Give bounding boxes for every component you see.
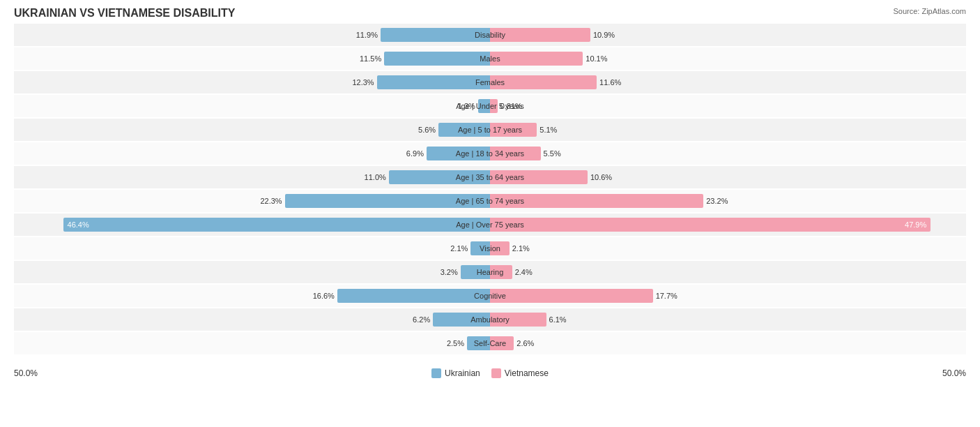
value-left: 16.6%	[313, 292, 335, 300]
bar-right	[490, 75, 597, 89]
bar-label-center: Cognitive	[474, 285, 506, 307]
legend-label-ukrainian: Ukrainian	[445, 368, 480, 378]
value-inside-left: 46.4%	[68, 220, 89, 229]
value-left: 2.5%	[447, 339, 464, 347]
value-right: 2.1%	[512, 244, 530, 253]
value-right: 17.7%	[656, 292, 677, 300]
left-side: 22.3%	[14, 190, 490, 212]
source-text: Source: ZipAtlas.com	[893, 7, 966, 15]
right-side: 23.2%	[490, 190, 966, 212]
legend-box-ukrainian	[431, 368, 441, 378]
bar-row: 1.3% Age | Under 5 years 0.81%	[14, 95, 966, 117]
right-side: 6.1%	[490, 308, 966, 331]
right-side: 17.7%	[490, 285, 966, 307]
legend-item-vietnamese: Vietnamese	[491, 368, 549, 378]
bar-label-center: Age | Over 75 years	[456, 214, 524, 236]
left-side: 1.3%	[14, 95, 490, 117]
value-left: 11.5%	[360, 54, 381, 63]
left-side: 3.2%	[14, 261, 490, 283]
right-side: 47.9%	[490, 214, 966, 236]
bar-right	[490, 52, 583, 66]
value-right: 5.1%	[539, 126, 557, 134]
value-right: 10.6%	[590, 173, 612, 181]
chart-title: UKRAINIAN VS VIETNAMESE DISABILITY	[14, 7, 966, 20]
value-left: 2.1%	[450, 244, 468, 253]
bar-label-center: Age | 65 to 74 years	[456, 190, 524, 212]
value-right: 10.1%	[585, 54, 607, 63]
bar-row: 5.6% Age | 5 to 17 years 5.1%	[14, 119, 966, 141]
bar-left	[337, 289, 490, 303]
value-left: 22.3%	[260, 197, 282, 205]
legend-item-ukrainian: Ukrainian	[431, 368, 480, 378]
value-left: 3.2%	[441, 268, 458, 276]
value-right: 6.1%	[549, 315, 567, 324]
chart-footer: 50.0% Ukrainian Vietnamese 50.0%	[14, 368, 966, 378]
right-side: 10.9%	[490, 24, 966, 46]
bar-label-center: Hearing	[477, 261, 504, 283]
bar-row: 11.9% Disability 10.9%	[14, 24, 966, 46]
right-side: 10.1%	[490, 47, 966, 70]
left-side: 5.6%	[14, 119, 490, 141]
value-right: 10.9%	[593, 31, 615, 39]
bar-label-center: Ambulatory	[470, 308, 510, 331]
bar-row: 6.9% Age | 18 to 34 years 5.5%	[14, 142, 966, 165]
left-side: 46.4%	[14, 214, 490, 236]
bar-right: 47.9%	[490, 218, 931, 232]
bar-row: 3.2% Hearing 2.4%	[14, 261, 966, 283]
bar-row: 11.5% Males 10.1%	[14, 47, 966, 70]
bar-label-center: Disability	[475, 24, 505, 46]
legend-box-vietnamese	[491, 368, 501, 378]
value-right: 2.6%	[516, 339, 534, 347]
left-side: 6.2%	[14, 308, 490, 331]
left-side: 11.9%	[14, 24, 490, 46]
chart-area: 11.9% Disability 10.9% 11.5% Males 10.1%…	[14, 24, 966, 366]
right-side: 2.4%	[490, 261, 966, 283]
bar-row: 11.0% Age | 35 to 64 years 10.6%	[14, 166, 966, 188]
left-side: 11.0%	[14, 166, 490, 188]
bar-row: 6.2% Ambulatory 6.1%	[14, 308, 966, 331]
bar-row: 12.3% Females 11.6%	[14, 71, 966, 93]
bar-label-center: Females	[475, 71, 505, 93]
bar-row: 16.6% Cognitive 17.7%	[14, 285, 966, 307]
value-left: 12.3%	[352, 78, 374, 87]
value-right: 2.4%	[515, 268, 533, 276]
left-side: 16.6%	[14, 285, 490, 307]
right-side: 11.6%	[490, 71, 966, 93]
axis-right-label: 50.0%	[942, 368, 966, 378]
value-inside-right: 47.9%	[905, 220, 926, 229]
value-right: 5.5%	[544, 149, 561, 158]
value-right: 11.6%	[599, 78, 621, 87]
bar-label-center: Self-Care	[474, 332, 506, 354]
bar-row: 2.5% Self-Care 2.6%	[14, 332, 966, 354]
right-side: 0.81%	[490, 95, 966, 117]
value-left: 5.6%	[418, 126, 436, 134]
axis-left-label: 50.0%	[14, 368, 38, 378]
left-side: 12.3%	[14, 71, 490, 93]
bar-row: 46.4% Age | Over 75 years 47.9%	[14, 214, 966, 236]
left-side: 2.1%	[14, 237, 490, 260]
bar-label-center: Vision	[480, 237, 500, 260]
bar-row: 22.3% Age | 65 to 74 years 23.2%	[14, 190, 966, 212]
bar-label-center: Age | 35 to 64 years	[456, 166, 524, 188]
right-side: 2.1%	[490, 237, 966, 260]
bar-row: 2.1% Vision 2.1%	[14, 237, 966, 260]
right-side: 5.1%	[490, 119, 966, 141]
bar-label-center: Males	[480, 47, 500, 70]
bar-left	[381, 28, 490, 42]
bar-label-center: Age | Under 5 years	[456, 95, 524, 117]
bar-label-center: Age | 18 to 34 years	[456, 142, 524, 165]
value-left: 11.0%	[365, 173, 386, 181]
chart-container: UKRAINIAN VS VIETNAMESE DISABILITY Sourc…	[0, 0, 980, 427]
right-side: 5.5%	[490, 142, 966, 165]
value-left: 6.9%	[406, 149, 424, 158]
left-side: 11.5%	[14, 47, 490, 70]
value-left: 6.2%	[413, 315, 430, 324]
bar-left: 46.4%	[63, 218, 490, 232]
right-side: 10.6%	[490, 166, 966, 188]
bar-left	[384, 52, 490, 66]
right-side: 2.6%	[490, 332, 966, 354]
left-side: 2.5%	[14, 332, 490, 354]
bar-label-center: Age | 5 to 17 years	[458, 119, 522, 141]
bar-right	[490, 289, 653, 303]
value-left: 11.9%	[356, 31, 378, 39]
